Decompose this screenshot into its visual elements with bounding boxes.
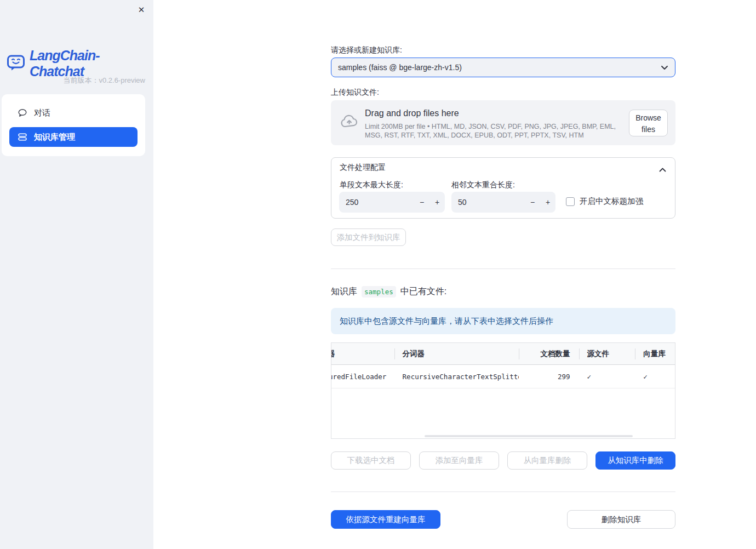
rebuild-vectorstore-button[interactable]: 依据源文件重建向量库	[331, 510, 440, 529]
col-vector-header: 向量库	[643, 349, 666, 359]
chunk-overlap-input[interactable]: 50 − +	[451, 192, 555, 213]
zh-title-enhance-option: 开启中文标题加强	[566, 196, 643, 207]
file-dropzone[interactable]: Drag and drop files here Limit 200MB per…	[331, 100, 675, 145]
col-source-header: 源文件	[587, 349, 610, 359]
zh-title-enhance-checkbox[interactable]	[566, 197, 575, 206]
kb-select[interactable]: samples (faiss @ bge-large-zh-v1.5)	[331, 58, 675, 77]
chunk-size-input[interactable]: 250 − +	[339, 192, 445, 213]
app-logo: LangChain-Chatchat	[7, 48, 153, 79]
chevron-down-icon	[661, 63, 668, 72]
main-content: 请选择或新建知识库: samples (faiss @ bge-large-zh…	[331, 0, 675, 549]
upload-label: 上传知识文件:	[331, 88, 675, 98]
browse-files-button[interactable]: Browse files	[629, 110, 668, 136]
add-to-vectorstore-button[interactable]: 添加至向量库	[419, 451, 499, 470]
cloud-upload-icon	[340, 113, 359, 132]
kb-action-buttons: 依据源文件重建向量库 删除知识库	[331, 510, 675, 529]
plus-button[interactable]: +	[429, 192, 445, 213]
plus-button[interactable]: +	[540, 192, 555, 213]
version-text: 当前版本：v0.2.6-preview	[63, 76, 145, 85]
divider	[331, 491, 675, 492]
sidebar: ✕ LangChain-Chatchat 当前版本：v0.2.6-preview	[0, 0, 153, 549]
files-table-header: 器 分词器 文档数量 源文件 向量库	[331, 343, 675, 365]
delete-from-vectorstore-button[interactable]: 从向量库删除	[507, 451, 587, 470]
files-table[interactable]: 器 分词器 文档数量 源文件 向量库 uredFileLoader Recurs…	[331, 342, 675, 439]
kb-select-label: 请选择或新建知识库:	[331, 45, 675, 55]
cell-loader: uredFileLoader	[331, 373, 386, 381]
list-icon	[18, 133, 27, 141]
sidebar-item-dialogue[interactable]: 对话	[9, 103, 138, 123]
col-splitter-header: 分词器	[403, 349, 425, 359]
check-icon: ✓	[587, 373, 592, 381]
cell-splitter: RecursiveCharacterTextSplitter	[403, 373, 519, 381]
zh-title-enhance-label: 开启中文标题加强	[580, 196, 643, 207]
minus-button[interactable]: −	[414, 192, 429, 213]
file-config-expander: 文件处理配置 单段文本最大长度: 相邻文本重合长度: 250 − + 50 − …	[331, 157, 675, 219]
col-doc-count-header: 文档数量	[541, 349, 570, 359]
sidebar-item-label: 知识库管理	[34, 132, 75, 142]
cell-doc-count: 299	[558, 373, 570, 381]
delete-kb-button[interactable]: 删除知识库	[567, 510, 675, 529]
kb-files-heading: 知识库 samples 中已有文件:	[331, 286, 675, 298]
minus-button[interactable]: −	[525, 192, 540, 213]
chat-bubble-icon	[18, 108, 27, 117]
download-selected-button[interactable]: 下载选中文档	[331, 451, 411, 470]
close-icon[interactable]: ✕	[135, 3, 148, 16]
delete-from-kb-button[interactable]: 从知识库中删除	[595, 451, 675, 470]
check-icon: ✓	[643, 373, 648, 381]
chunk-size-label: 单段文本最大长度:	[340, 180, 403, 190]
chatchat-logo-icon	[7, 54, 26, 74]
sidebar-item-label: 对话	[34, 108, 50, 118]
app-window: ✕ LangChain-Chatchat 当前版本：v0.2.6-preview	[0, 0, 756, 549]
file-action-buttons: 下载选中文档 添加至向量库 从向量库删除 从知识库中删除	[331, 451, 675, 470]
kb-select-value: samples (faiss @ bge-large-zh-v1.5)	[338, 63, 661, 72]
expander-title[interactable]: 文件处理配置	[340, 163, 386, 173]
chunk-overlap-value[interactable]: 50	[451, 198, 525, 207]
divider	[331, 268, 675, 269]
sidebar-item-kb-management[interactable]: 知识库管理	[9, 127, 138, 147]
sidebar-nav: 对话 知识库管理	[2, 94, 145, 156]
chunk-overlap-label: 相邻文本重合长度:	[451, 180, 515, 190]
col-loader-header: 器	[331, 349, 335, 359]
add-files-button[interactable]: 添加文件到知识库	[331, 228, 406, 246]
chevron-up-icon[interactable]	[659, 164, 666, 174]
horizontal-scrollbar[interactable]	[425, 435, 633, 437]
dropzone-limit-text: Limit 200MB per file • HTML, MD, JSON, C…	[365, 122, 627, 140]
kb-name-code: samples	[362, 286, 396, 298]
dropzone-title: Drag and drop files here	[365, 108, 459, 118]
chunk-size-value[interactable]: 250	[339, 198, 414, 207]
app-title: LangChain-Chatchat	[30, 48, 153, 79]
info-banner: 知识库中包含源文件与向量库，请从下表中选择文件后操作	[331, 308, 675, 334]
table-row[interactable]: uredFileLoader RecursiveCharacterTextSpl…	[331, 365, 675, 388]
